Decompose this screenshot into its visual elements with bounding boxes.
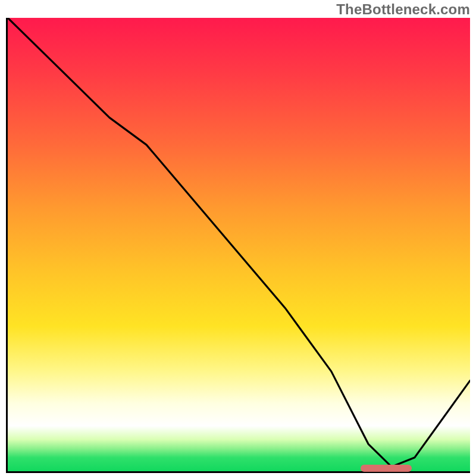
- plot-area: [6, 18, 470, 473]
- heat-gradient-background: [8, 18, 470, 471]
- watermark-text: TheBottleneck.com: [336, 1, 470, 18]
- optimal-zone-marker: [361, 465, 412, 472]
- chart-root: TheBottleneck.com: [0, 0, 476, 476]
